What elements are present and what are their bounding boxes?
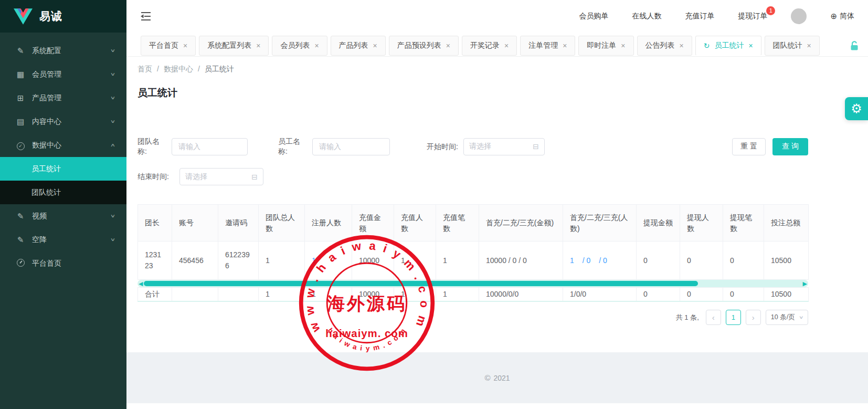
language-switcher[interactable]: ⊕ 简体 xyxy=(830,12,854,21)
settings-gear-button[interactable]: ⚙ xyxy=(845,97,868,120)
topbar: 会员购单 在线人数 充值订单 提现订单 1 ⊕ 简体 xyxy=(126,0,868,33)
breadcrumb-home[interactable]: 首页 xyxy=(137,65,152,74)
sidebar-item-staff-statistics[interactable]: 员工统计 xyxy=(0,157,126,181)
next-page-button[interactable]: › xyxy=(746,310,761,325)
topbar-link-online-users[interactable]: 在线人数 xyxy=(632,12,661,21)
copyright-icon: © xyxy=(484,373,490,382)
tab-realtime-bets[interactable]: 即时注单 × xyxy=(578,36,633,56)
reset-button[interactable]: 重 置 xyxy=(732,138,766,155)
cell-account: 456456 xyxy=(172,242,218,280)
tab-product-list[interactable]: 产品列表 × xyxy=(331,36,386,56)
cell-bet-total: 10500 xyxy=(764,242,809,280)
gear-icon: ⚙ xyxy=(851,101,862,116)
chevron-down-icon: ∨ xyxy=(110,214,115,219)
tab-system-config-list[interactable]: 系统配置列表 × xyxy=(199,36,269,56)
cell-recharge-users: 1 xyxy=(394,242,436,280)
unlock-icon[interactable] xyxy=(850,41,859,50)
chevron-down-icon: ∨ xyxy=(110,96,115,101)
staff-name-input[interactable] xyxy=(312,138,390,155)
cell-withdraw-amount: 0 xyxy=(637,242,680,280)
tab-platform-home[interactable]: 平台首页 × xyxy=(141,36,196,56)
sidebar-item-member-management[interactable]: ▦ 会员管理 ∨ xyxy=(0,62,126,86)
chevron-down-icon: ∨ xyxy=(110,119,115,124)
logo[interactable]: 易诚 xyxy=(0,0,126,33)
close-icon[interactable]: × xyxy=(748,41,753,50)
cell-first-recharge-amount: 10000 / 0 / 0 xyxy=(479,242,563,280)
data-table: 团长 账号 邀请码 团队总人数 注册人数 充值金额 充值人数 充值笔数 首充/二… xyxy=(137,204,809,280)
check-circle-icon: ✓ xyxy=(16,140,25,150)
staff-statistics-table: 团长 账号 邀请码 团队总人数 注册人数 充值金额 充值人数 充值笔数 首充/二… xyxy=(137,204,808,302)
second-recharge-users-link[interactable]: / 0 xyxy=(583,256,591,265)
team-name-input[interactable] xyxy=(172,138,248,155)
cell-registered-link[interactable]: 1 xyxy=(305,242,352,280)
sidebar-item-data-center[interactable]: ✓ 数据中心 ∧ xyxy=(0,133,126,157)
cell-team-total: 1 xyxy=(259,242,305,280)
horizontal-scrollbar[interactable]: ◀ ▶ xyxy=(137,280,808,287)
scrollbar-thumb[interactable] xyxy=(144,281,698,286)
topbar-link-recharge-orders[interactable]: 充值订单 xyxy=(685,12,714,21)
end-time-input[interactable]: 请选择 ⊟ xyxy=(179,168,263,185)
tab-lottery-records[interactable]: 开奖记录 × xyxy=(462,36,517,56)
sidebar-item-system-config[interactable]: ✎ 系统配置 ∨ xyxy=(0,39,126,62)
chevron-down-icon: ∨ xyxy=(799,315,804,320)
edit-square-icon: ✎ xyxy=(16,46,25,56)
close-icon[interactable]: × xyxy=(504,41,509,50)
page-size-select[interactable]: 10 条/页 ∨ xyxy=(766,310,808,325)
avatar[interactable] xyxy=(791,8,807,24)
dashboard-icon xyxy=(16,259,25,268)
scroll-left-icon[interactable]: ◀ xyxy=(139,280,143,287)
sidebar-item-airdrop[interactable]: ✎ 空降 ∨ xyxy=(0,228,126,251)
col-withdraw-users: 提现人数 xyxy=(680,205,723,242)
col-withdraw-amount: 提现金额 xyxy=(637,205,680,242)
close-icon[interactable]: × xyxy=(183,41,187,50)
breadcrumb-data-center[interactable]: 数据中心 xyxy=(164,65,193,74)
close-icon[interactable]: × xyxy=(563,41,567,50)
sidebar-item-team-statistics[interactable]: 团队统计 xyxy=(0,181,126,204)
sidebar-item-content-center[interactable]: ▤ 内容中心 ∨ xyxy=(0,110,126,133)
topbar-link-withdraw-orders[interactable]: 提现订单 1 xyxy=(738,12,767,21)
tab-announcement-list[interactable]: 公告列表 × xyxy=(637,36,692,56)
refresh-icon[interactable]: ↻ xyxy=(704,41,710,50)
close-icon[interactable]: × xyxy=(807,41,811,50)
topbar-link-member-orders[interactable]: 会员购单 xyxy=(579,12,608,21)
prev-page-button[interactable]: ‹ xyxy=(706,310,721,325)
tab-bet-management[interactable]: 注单管理 × xyxy=(520,36,575,56)
sidebar-item-product-management[interactable]: ⊞ 产品管理 ∨ xyxy=(0,86,126,110)
col-registered: 注册人数 xyxy=(305,205,352,242)
cell-recharge-amount: 10000 xyxy=(352,242,394,280)
tab-product-preset-list[interactable]: 产品预设列表 × xyxy=(389,36,459,56)
close-icon[interactable]: × xyxy=(446,41,450,50)
menu-fold-icon[interactable] xyxy=(141,12,151,20)
close-icon[interactable]: × xyxy=(314,41,319,50)
cell-first-recharge-users: 1 / 0 / 0 xyxy=(563,242,637,280)
col-withdraw-count: 提现笔数 xyxy=(723,205,764,242)
language-label: 简体 xyxy=(840,12,854,21)
scroll-right-icon[interactable]: ▶ xyxy=(803,280,807,287)
sidebar-item-platform-home[interactable]: 平台首页 xyxy=(0,251,126,275)
filter-form: 团队名称: 员工名称: 开始时间: 请选择 ⊟ 重 置 查 询 结束时间: 请选… xyxy=(137,137,808,185)
table-row: 123123 456456 6122396 1 1 10000 1 1 1000… xyxy=(138,242,809,280)
close-icon[interactable]: × xyxy=(621,41,625,50)
col-recharge-amount: 充值金额 xyxy=(352,205,394,242)
tab-member-list[interactable]: 会员列表 × xyxy=(272,36,327,56)
footer-year: 2021 xyxy=(493,374,510,382)
close-icon[interactable]: × xyxy=(256,41,260,50)
breadcrumb: 首页 / 数据中心 / 员工统计 xyxy=(137,65,857,74)
current-page-button[interactable]: 1 xyxy=(726,310,741,325)
start-time-label: 开始时间: xyxy=(420,142,458,152)
first-recharge-users-link[interactable]: 1 xyxy=(570,256,574,265)
tab-team-statistics[interactable]: 团队统计 × xyxy=(765,36,820,56)
col-invite-code: 邀请码 xyxy=(218,205,259,242)
third-recharge-users-link[interactable]: / 0 xyxy=(599,256,607,265)
close-icon[interactable]: × xyxy=(680,41,684,50)
team-name-label: 团队名称: xyxy=(137,137,164,156)
start-time-input[interactable]: 请选择 ⊟ xyxy=(463,138,545,155)
close-icon[interactable]: × xyxy=(373,41,377,50)
content: 首页 / 数据中心 / 员工统计 员工统计 团队名称: 员工名称: 开始时间: … xyxy=(126,57,868,336)
chevron-down-icon: ∨ xyxy=(110,72,115,77)
search-button[interactable]: 查 询 xyxy=(772,138,808,155)
col-first-recharge-users: 首充/二充/三充(人数) xyxy=(563,205,637,242)
sidebar-item-video[interactable]: ✎ 视频 ∨ xyxy=(0,204,126,228)
tab-staff-statistics[interactable]: ↻ 员工统计 × xyxy=(695,36,761,56)
col-account: 账号 xyxy=(172,205,218,242)
